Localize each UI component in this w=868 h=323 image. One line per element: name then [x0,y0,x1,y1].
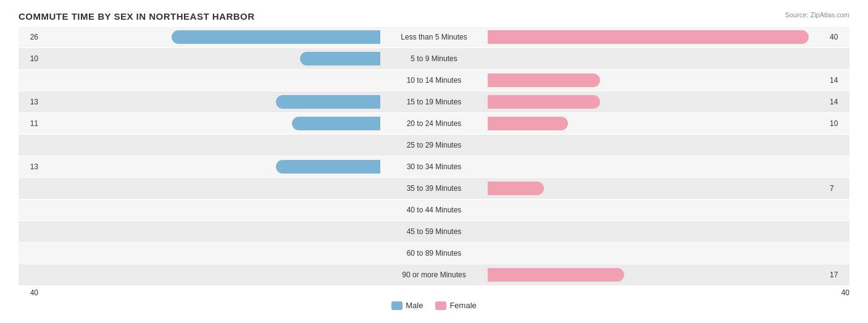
male-bar-container [42,246,382,260]
male-bar-container [42,95,382,109]
bars-wrapper: 15 to 19 Minutes [42,91,826,112]
axis-left-value: 40 [19,288,42,297]
male-bar-container [42,160,382,174]
female-value: 17 [826,271,849,279]
bars-wrapper: 90 or more Minutes [42,264,826,285]
bars-wrapper: 10 to 14 Minutes [42,70,826,91]
chart-row: 11 20 to 24 Minutes 10 [19,113,849,134]
female-bar [488,95,600,109]
bars-wrapper: 45 to 59 Minutes [42,221,826,242]
bars-wrapper: 25 to 29 Minutes [42,135,826,156]
female-bar-container [486,160,826,174]
male-bar-container [42,182,382,195]
male-bar [300,52,380,65]
male-bar-container [42,52,382,65]
male-value: 10 [19,54,42,63]
bars-wrapper: 40 to 44 Minutes [42,199,826,220]
row-label: 15 to 19 Minutes [382,98,486,106]
row-label: 20 to 24 Minutes [382,119,486,128]
axis-right-value: 40 [838,288,849,297]
male-label: Male [406,301,423,310]
chart-row: 13 30 to 34 Minutes [19,156,849,177]
male-bar [172,30,380,44]
female-bar-container [486,203,826,217]
row-label: 10 to 14 Minutes [382,76,486,85]
female-color-box [435,301,446,310]
female-bar-container [486,138,826,152]
female-bar-container [486,182,826,195]
row-label: 30 to 34 Minutes [382,162,486,171]
row-label: 5 to 9 Minutes [382,54,486,63]
female-bar-container [486,52,826,65]
female-label: Female [449,301,476,310]
male-bar-container [42,30,382,44]
male-bar [276,160,380,174]
legend: Male Female [19,301,849,310]
female-value: 14 [826,98,849,106]
bars-wrapper: 5 to 9 Minutes [42,48,826,69]
male-bar-container [42,268,382,282]
bars-wrapper: Less than 5 Minutes [42,27,826,48]
row-label: Less than 5 Minutes [382,33,486,41]
row-label: 35 to 39 Minutes [382,184,486,193]
female-bar-container [486,225,826,238]
chart-container: COMMUTE TIME BY SEX IN NORTHEAST HARBOR … [0,0,868,323]
female-bar [488,182,544,195]
female-bar [488,30,809,44]
female-value: 14 [826,76,849,85]
bars-wrapper: 30 to 34 Minutes [42,156,826,177]
male-bar-container [42,225,382,238]
female-bar [488,73,600,87]
female-bar [488,117,568,130]
female-bar-container [486,95,826,109]
chart-row: 25 to 29 Minutes [19,135,849,156]
female-bar-container [486,268,826,282]
row-label: 25 to 29 Minutes [382,141,486,149]
chart-row: 60 to 89 Minutes [19,243,849,264]
source-text: Source: ZipAtlas.com [785,11,849,19]
female-bar-container [486,73,826,87]
chart-row: 40 to 44 Minutes [19,199,849,220]
female-value: 40 [826,33,849,41]
legend-female: Female [435,301,476,310]
male-color-box [391,301,403,310]
chart-row: 13 15 to 19 Minutes 14 [19,91,849,112]
male-bar [276,95,380,109]
male-value: 11 [19,119,42,128]
bars-wrapper: 35 to 39 Minutes [42,178,826,199]
legend-male: Male [391,301,423,310]
row-label: 40 to 44 Minutes [382,206,486,214]
chart-row: 26 Less than 5 Minutes 40 [19,27,849,48]
female-bar [488,268,624,282]
female-bar-container [486,30,826,44]
male-value: 13 [19,162,42,171]
chart-row: 90 or more Minutes 17 [19,264,849,285]
chart-row: 10 5 to 9 Minutes [19,48,849,69]
bars-wrapper: 60 to 89 Minutes [42,243,826,264]
male-bar-container [42,203,382,217]
chart-area: 26 Less than 5 Minutes 40 10 5 to 9 Minu… [19,27,849,286]
row-label: 60 to 89 Minutes [382,249,486,258]
female-bar-container [486,246,826,260]
male-bar-container [42,138,382,152]
row-label: 90 or more Minutes [382,271,486,279]
female-value: 7 [826,184,849,193]
bars-wrapper: 20 to 24 Minutes [42,113,826,134]
chart-row: 35 to 39 Minutes 7 [19,178,849,199]
chart-title: COMMUTE TIME BY SEX IN NORTHEAST HARBOR [19,11,849,22]
axis-row: 40 40 [19,288,849,297]
male-bar-container [42,117,382,130]
male-bar [292,117,380,130]
male-bar-container [42,73,382,87]
male-value: 26 [19,33,42,41]
female-bar-container [486,117,826,130]
row-label: 45 to 59 Minutes [382,227,486,236]
male-value: 13 [19,98,42,106]
chart-row: 10 to 14 Minutes 14 [19,70,849,91]
female-value: 10 [826,119,849,128]
chart-row: 45 to 59 Minutes [19,221,849,242]
